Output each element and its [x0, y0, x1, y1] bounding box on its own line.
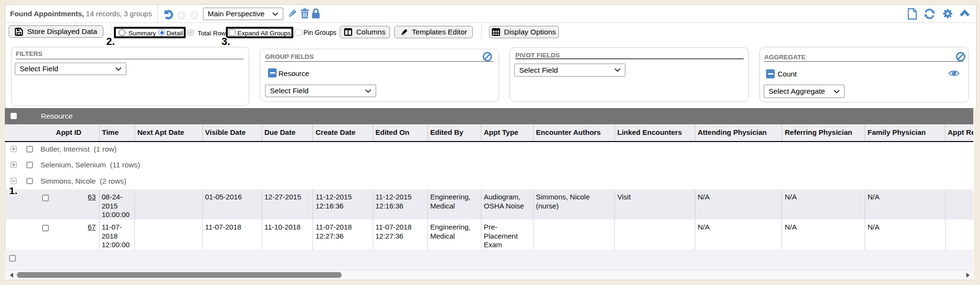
svg-text:3.: 3.: [222, 36, 230, 47]
svg-text:1.: 1.: [9, 185, 18, 196]
svg-text:2.: 2.: [106, 36, 115, 47]
